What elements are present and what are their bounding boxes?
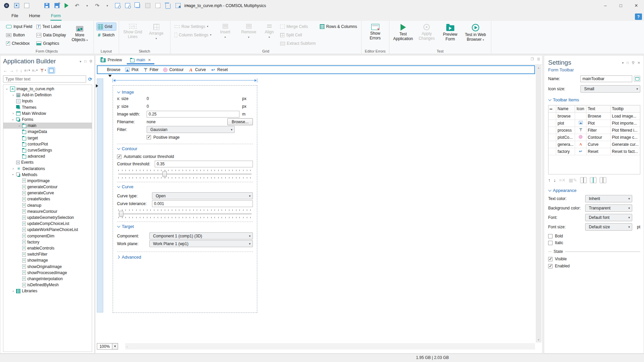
vertical-scrollbar[interactable]: ▴ ▾ [536, 65, 541, 342]
rows-columns-button[interactable]: Rows & Columns [318, 23, 358, 30]
remove-button[interactable]: Remove▾ [238, 23, 260, 48]
filter-select[interactable]: Gaussian▾ [147, 126, 235, 133]
text-color-select[interactable]: Inherit▾ [585, 195, 632, 202]
refresh-icon[interactable]: ⟳ [88, 76, 92, 82]
form-toolbar-item[interactable]: Curve [188, 67, 206, 72]
plotCo...[interactable]: plotCo... Contour Plot image c... [548, 134, 640, 141]
delete-button[interactable] [165, 3, 171, 9]
duplicate-button[interactable] [155, 3, 161, 9]
model-manager-button[interactable] [13, 3, 20, 9]
move-down-icon[interactable]: ↓ [20, 68, 23, 73]
tree-item[interactable]: createNodes [3, 196, 92, 202]
appearance-section-header[interactable]: Appearance [548, 188, 640, 193]
tree-item[interactable]: updateGeometrySelection [3, 215, 92, 221]
checkbox-object-button[interactable]: Checkbox [5, 40, 34, 47]
tree-item[interactable]: factory [3, 239, 92, 245]
tree-item[interactable]: updateWorkPlaneChoiceList [3, 227, 92, 233]
show-names-toggle[interactable] [48, 67, 55, 73]
panel-close-icon[interactable]: ✕ [638, 61, 640, 65]
more-objects-button[interactable]: More Objects ▾ [69, 25, 91, 48]
tree-item[interactable]: main [3, 123, 92, 129]
bold-checkbox[interactable] [548, 234, 553, 238]
save-button[interactable] [44, 3, 50, 9]
tree-item[interactable]: Libraries [3, 288, 92, 294]
close-tab-icon[interactable]: ✕ [148, 58, 151, 62]
tab-home[interactable]: Home [25, 12, 44, 21]
auto-contour-threshold-checkbox[interactable] [117, 155, 121, 159]
edit-item-button[interactable]: ▦✎ [569, 177, 577, 183]
redo-menu-chevron[interactable] [104, 3, 110, 9]
tree-item[interactable]: Events [3, 159, 92, 165]
save-as-button[interactable] [54, 3, 60, 9]
form-toolbar-object[interactable]: Browse Plot Filter Contour Curve Reset [97, 65, 535, 74]
apply-changes-button[interactable]: Apply Changes [416, 23, 438, 48]
process[interactable]: process Filter Plot filtered i... [548, 127, 640, 134]
tree-item[interactable]: showImage [3, 257, 92, 263]
tree-item[interactable]: target [3, 135, 92, 141]
tree-item[interactable]: image_to_curve.mph [3, 86, 92, 92]
tab-form[interactable]: Form [47, 12, 65, 21]
tree-item[interactable]: updateCompChoiceList [3, 221, 92, 227]
panel-pin-icon[interactable]: ⚲ [632, 61, 635, 65]
copy-button[interactable] [135, 3, 141, 9]
section-curve-header[interactable]: Curve [117, 184, 253, 189]
tree-item[interactable]: measureContour [3, 208, 92, 215]
insert-button[interactable]: Insert▾ [214, 23, 236, 48]
tree-filter-input[interactable] [3, 75, 86, 83]
designed-form[interactable]: Image x: size0px y: size0px Image width:… [113, 85, 257, 313]
curve-tolerance-slider[interactable] [117, 209, 253, 219]
run-button[interactable] [64, 3, 70, 9]
preview-selection-button[interactable] [124, 3, 130, 9]
visible-checkbox[interactable] [548, 257, 553, 261]
tree-item[interactable]: switchFilter [3, 251, 92, 257]
undo-menu-chevron[interactable] [84, 3, 90, 9]
selected-column-strip[interactable] [97, 78, 103, 312]
browse[interactable]: browse Browse Load image... [548, 112, 640, 120]
panel-pin-icon[interactable]: ⚲ [89, 59, 92, 64]
positive-image-checkbox[interactable] [147, 135, 151, 139]
curve-tolerance-input[interactable]: 0.001 [152, 200, 253, 207]
test-application-button[interactable]: Test Application [392, 23, 414, 48]
tree-item[interactable]: enableControls [3, 245, 92, 251]
section-target-header[interactable]: Target [117, 224, 253, 229]
forward-arrow-icon[interactable]: → [9, 68, 14, 73]
tree-item[interactable]: contourPlot [3, 141, 92, 147]
zoom-dropdown-button[interactable]: ▼ [112, 343, 118, 350]
tree-item[interactable]: cleanup [3, 202, 92, 208]
section-contour-header[interactable]: Contour [117, 146, 253, 151]
section-image-header[interactable]: Image [117, 90, 253, 95]
toolbar-items-section-header[interactable]: Toolbar Items [548, 97, 640, 102]
background-color-select[interactable]: Transparent▾ [585, 204, 632, 212]
panel-float-icon[interactable]: □ [84, 60, 86, 63]
component-select[interactable]: Component 1 (comp1) (3D)▾ [149, 232, 253, 239]
text-label-button[interactable]: TText Label [35, 23, 67, 30]
image-width-input[interactable]: 0.25 [147, 111, 239, 118]
new-button[interactable] [24, 3, 30, 9]
tree-item[interactable]: changeInterpolation [3, 276, 92, 282]
tree-item[interactable]: Declarations [3, 165, 92, 171]
panel-menu-chevron-icon[interactable]: ▾ [80, 60, 81, 63]
row-marker-icon[interactable] [96, 84, 98, 88]
factory[interactable]: factory Reset Reset to fact... [548, 148, 640, 155]
font-select[interactable]: Default font▾ [585, 214, 632, 221]
close-button[interactable]: ✕ [629, 0, 644, 11]
form-toolbar-item[interactable]: Browse [100, 67, 120, 72]
contour-threshold-slider[interactable] [117, 169, 253, 179]
open-button[interactable] [34, 3, 40, 9]
go-to-source-button[interactable] [634, 76, 640, 82]
button-object-button[interactable]: OKButton [5, 31, 34, 39]
section-advanced-header[interactable]: Advanced [117, 252, 253, 262]
slider-thumb[interactable] [119, 211, 123, 217]
pane-menu-icon[interactable]: ☰ [537, 57, 540, 61]
add-item-button[interactable] [580, 177, 587, 183]
tab-file[interactable]: File [7, 12, 22, 21]
form-toolbar-item[interactable]: Contour [163, 67, 184, 72]
show-grid-lines-button[interactable]: 1.23 Show Grid Lines [122, 23, 144, 48]
expand-all-button[interactable]: ≡↑▾ [24, 68, 30, 72]
graphics-button[interactable]: Graphics [35, 40, 67, 47]
browse-file-button[interactable]: Browse... [227, 118, 253, 125]
move-up-button[interactable]: ↑ [548, 177, 551, 183]
arrange-button[interactable]: Arrange▾ [145, 23, 167, 48]
tree-item[interactable]: showProcessedImage [3, 270, 92, 276]
curve-type-select[interactable]: Open▾ [152, 192, 253, 199]
